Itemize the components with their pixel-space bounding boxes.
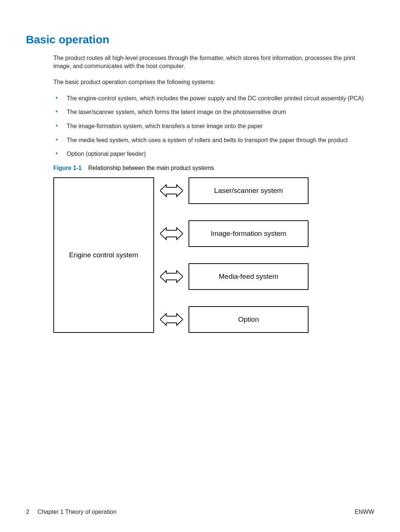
double-arrow-icon [160,311,183,328]
section-heading: Basic operation [26,33,374,46]
diagram-engine-label: Engine control system [69,251,139,259]
svg-marker-0 [160,185,183,197]
list-item: The media feed system, which uses a syst… [53,136,374,144]
diagram-box-label: Laser/scanner system [214,187,283,195]
system-list: The engine-control system, which include… [53,94,374,158]
chapter-label: Chapter 1 Theory of operation [37,509,116,515]
double-arrow-icon [160,268,183,285]
list-item: Option (optional paper feeder) [53,150,374,158]
svg-marker-3 [160,314,183,325]
diagram-box-option: Option [189,306,309,333]
double-arrow-icon [160,182,183,199]
diagram-engine-box: Engine control system [53,177,154,333]
figure-caption: Figure 1-1 Relationship between the main… [53,165,374,171]
svg-marker-1 [160,228,183,240]
footer-right: ENWW [355,509,374,515]
page-footer: 2 Chapter 1 Theory of operation ENWW [26,509,374,515]
svg-marker-2 [160,271,183,282]
systems-diagram: Engine control system Laser/scanner syst… [53,177,313,337]
page-number: 2 [26,509,29,515]
double-arrow-icon [160,225,183,242]
diagram-box-label: Media-feed system [219,272,279,281]
diagram-box-label: Option [238,315,259,324]
diagram-box-laser: Laser/scanner system [189,177,309,204]
list-item: The engine-control system, which include… [53,94,374,103]
figure-caption-text: Relationship between the main product sy… [88,165,214,171]
intro-para-1: The product routes all high-level proces… [53,54,374,70]
list-item: The image-formation system, which transf… [53,122,374,130]
intro-para-2: The basic product operation comprises th… [53,78,374,86]
diagram-box-label: Image-formation system [211,230,286,238]
diagram-box-media-feed: Media-feed system [189,263,309,290]
list-item: The laser/scanner system, which forms th… [53,108,374,116]
diagram-box-image-formation: Image-formation system [189,220,309,247]
figure-label: Figure 1-1 [53,165,81,171]
